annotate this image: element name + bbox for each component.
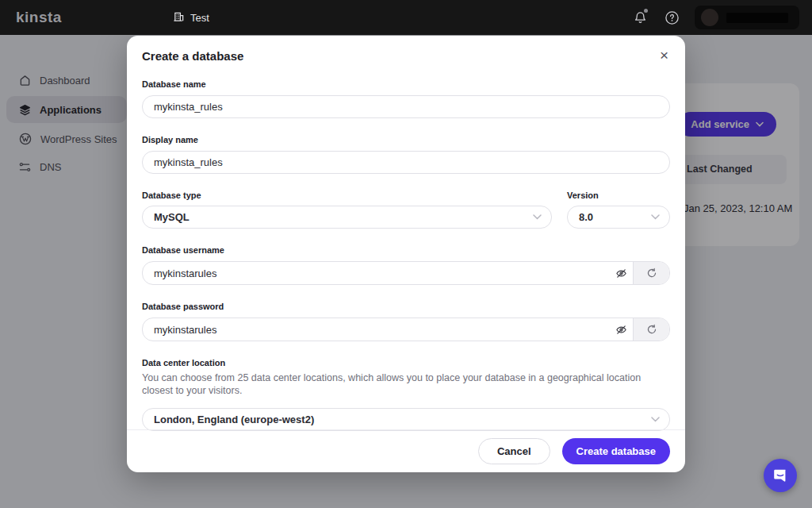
create-database-button[interactable]: Create database — [562, 438, 670, 464]
regenerate-password-button[interactable] — [633, 318, 669, 341]
help-icon — [665, 10, 680, 25]
chevron-down-icon — [651, 214, 660, 220]
database-name-label: Database name — [142, 79, 670, 89]
data-center-description: You can choose from 25 data center locat… — [142, 372, 668, 397]
close-icon[interactable]: × — [658, 49, 670, 62]
database-password-input[interactable] — [143, 318, 609, 341]
database-type-label: Database type — [142, 190, 552, 200]
notification-dot — [644, 9, 648, 13]
toggle-password-visibility-button[interactable] — [609, 318, 633, 341]
cancel-button[interactable]: Cancel — [478, 438, 550, 464]
refresh-icon — [646, 267, 657, 279]
company-name: Test — [190, 12, 209, 24]
create-database-modal: Create a database × Database name Displa… — [127, 36, 685, 472]
building-icon — [173, 10, 185, 25]
display-name-label: Display name — [142, 135, 670, 144]
notifications-button[interactable] — [631, 9, 649, 26]
database-password-label: Database password — [142, 302, 670, 311]
data-center-value: London, England (europe-west2) — [154, 414, 651, 425]
chevron-down-icon — [651, 417, 660, 422]
user-name-redacted — [726, 13, 788, 23]
help-button[interactable] — [663, 9, 680, 26]
database-username-group — [142, 261, 670, 285]
database-username-label: Database username — [142, 245, 670, 255]
database-type-value: MySQL — [154, 211, 533, 223]
data-center-select[interactable]: London, England (europe-west2) — [142, 408, 670, 431]
chat-launcher-button[interactable] — [764, 459, 797, 492]
eye-off-icon — [615, 267, 627, 279]
modal-title: Create a database — [142, 49, 243, 63]
user-menu[interactable] — [695, 6, 799, 29]
database-password-group — [142, 318, 670, 341]
chat-bubble-icon — [772, 467, 789, 484]
kinsta-logo: Kinsta — [16, 9, 62, 26]
display-name-input[interactable] — [142, 151, 670, 174]
company-selector[interactable]: Test — [173, 10, 209, 25]
chevron-down-icon — [533, 214, 542, 220]
top-bar: Kinsta Test — [0, 0, 812, 35]
database-username-input[interactable] — [143, 262, 609, 284]
regenerate-username-button[interactable] — [633, 262, 669, 284]
refresh-icon — [646, 324, 657, 335]
data-center-label: Data center location — [142, 358, 670, 368]
modal-footer: Cancel Create database — [127, 429, 685, 472]
toggle-username-visibility-button[interactable] — [609, 262, 633, 284]
version-select[interactable]: 8.0 — [567, 206, 670, 229]
database-type-select[interactable]: MySQL — [142, 206, 552, 229]
topbar-actions — [631, 6, 799, 29]
version-label: Version — [567, 190, 670, 200]
version-value: 8.0 — [579, 211, 651, 223]
eye-off-icon — [615, 324, 627, 336]
bell-icon — [634, 11, 647, 25]
database-name-input[interactable] — [142, 95, 670, 118]
avatar — [701, 9, 718, 26]
app-background: Dashboard Applications WordPress Sites D… — [0, 35, 812, 508]
